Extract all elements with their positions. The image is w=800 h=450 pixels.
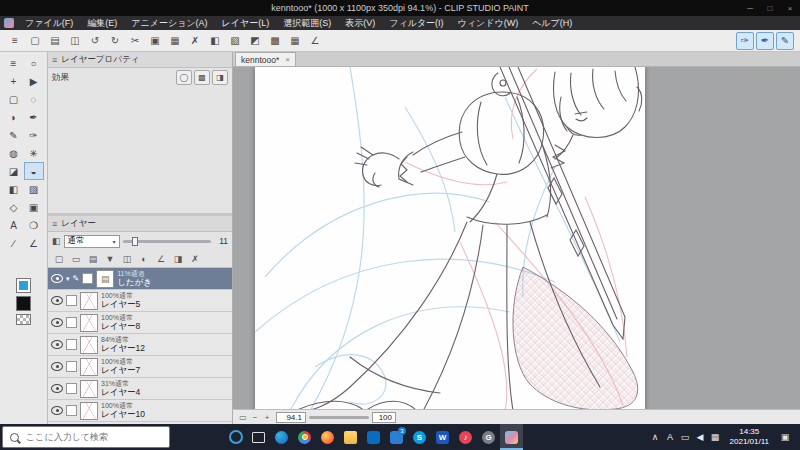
object-tool-icon[interactable]: ▶ bbox=[24, 72, 44, 90]
gradient-tool-icon[interactable]: ▨ bbox=[24, 180, 44, 198]
sub-color-swatch[interactable] bbox=[16, 296, 31, 311]
layer-checkbox[interactable] bbox=[66, 317, 77, 328]
airbrush-tool-icon[interactable]: ◍ bbox=[4, 144, 24, 162]
layer-row[interactable]: 100%通常 レイヤー7 bbox=[48, 356, 232, 378]
opacity-slider[interactable] bbox=[123, 240, 211, 243]
decoration-tool-icon[interactable]: ✳ bbox=[24, 144, 44, 162]
layer-thumbnail[interactable] bbox=[80, 358, 98, 376]
menu-item[interactable]: ファイル(F) bbox=[18, 17, 80, 30]
zoom-tool-icon[interactable]: ○ bbox=[24, 54, 44, 72]
network-icon[interactable]: ▦ bbox=[708, 432, 723, 442]
rotation-value[interactable]: 100 bbox=[372, 412, 396, 423]
visibility-icon[interactable] bbox=[51, 318, 63, 327]
visibility-icon[interactable] bbox=[51, 274, 63, 283]
layer-checkbox[interactable] bbox=[66, 339, 77, 350]
new-folder-icon[interactable]: ▤ bbox=[86, 252, 100, 265]
deselect-icon[interactable]: ▧ bbox=[226, 32, 244, 50]
frame-tool-icon[interactable]: ▣ bbox=[24, 198, 44, 216]
merge-down-icon[interactable]: ◫ bbox=[120, 252, 134, 265]
opacity-slider-handle[interactable] bbox=[132, 237, 138, 246]
layer-panel-header[interactable]: ≡ レイヤー bbox=[48, 216, 232, 232]
figure-tool-icon[interactable]: ◇ bbox=[4, 198, 24, 216]
layer-thumbnail[interactable] bbox=[80, 336, 98, 354]
layer-thumbnail[interactable] bbox=[80, 402, 98, 420]
marquee-tool-icon[interactable]: ▢ bbox=[4, 90, 24, 108]
undo-icon[interactable]: ↺ bbox=[86, 32, 104, 50]
palette-menu-icon[interactable]: ≡ bbox=[4, 54, 24, 72]
layer-thumbnail[interactable] bbox=[80, 314, 98, 332]
move-tool-icon[interactable]: + bbox=[4, 72, 24, 90]
close-tab-icon[interactable]: × bbox=[285, 55, 290, 64]
layer-thumbnail[interactable] bbox=[96, 270, 114, 288]
layer-row[interactable]: 100%通常 レイヤー10 bbox=[48, 400, 232, 422]
paste-icon[interactable]: ▦ bbox=[166, 32, 184, 50]
task-view-icon[interactable] bbox=[247, 424, 270, 450]
panel-menu-icon[interactable]: ≡ bbox=[52, 219, 57, 229]
menu-item[interactable]: 編集(E) bbox=[80, 17, 124, 30]
gimp-icon[interactable]: G bbox=[477, 424, 500, 450]
layer-mask-icon[interactable]: ◐ bbox=[137, 252, 151, 265]
menu-item[interactable]: 選択範囲(S) bbox=[276, 17, 338, 30]
layer-row[interactable]: 100%通常 レイヤー5 bbox=[48, 290, 232, 312]
snap-ruler-icon[interactable]: ✑ bbox=[736, 32, 754, 50]
transparent-color-swatch[interactable] bbox=[16, 314, 31, 325]
zoom-out-icon[interactable]: − bbox=[249, 413, 261, 422]
firefox-icon[interactable] bbox=[316, 424, 339, 450]
layer-checkbox[interactable] bbox=[82, 273, 93, 284]
fill-tool-icon[interactable]: ◧ bbox=[4, 180, 24, 198]
save-file-icon[interactable]: ◫ bbox=[66, 32, 84, 50]
ime-icon[interactable]: A bbox=[663, 432, 678, 442]
mail-icon[interactable]: 3 bbox=[385, 424, 408, 450]
layer-row[interactable]: 100%通常 レイヤー8 bbox=[48, 312, 232, 334]
text-tool-icon[interactable]: A bbox=[4, 216, 24, 234]
menu-item[interactable]: アニメーション(A) bbox=[124, 17, 214, 30]
delete-layer-icon[interactable]: ✗ bbox=[188, 252, 202, 265]
transfer-down-icon[interactable]: ▼ bbox=[103, 252, 117, 265]
zoom-in-icon[interactable]: + bbox=[261, 413, 273, 422]
layer-ruler-icon[interactable]: ∠ bbox=[154, 252, 168, 265]
canvas-page[interactable] bbox=[255, 67, 645, 409]
layer-checkbox[interactable] bbox=[66, 383, 77, 394]
line-tool-icon[interactable]: ∕ bbox=[4, 234, 24, 252]
maximize-button[interactable]: □ bbox=[760, 0, 780, 16]
blend-tool-icon[interactable]: ◒ bbox=[24, 162, 44, 180]
menu-item[interactable]: ウィンドウ(W) bbox=[451, 17, 526, 30]
selection-border-icon[interactable]: ▩ bbox=[266, 32, 284, 50]
word-icon[interactable]: W bbox=[431, 424, 454, 450]
grid-icon[interactable]: ▦ bbox=[286, 32, 304, 50]
invert-selection-icon[interactable]: ◩ bbox=[246, 32, 264, 50]
close-button[interactable]: × bbox=[780, 0, 800, 16]
two-pane-icon[interactable]: ◨ bbox=[171, 252, 185, 265]
brush-tool-icon[interactable]: ✑ bbox=[24, 126, 44, 144]
action-center-icon[interactable]: ▣ bbox=[776, 432, 794, 442]
layer-row[interactable]: 84%通常 レイヤー12 bbox=[48, 334, 232, 356]
fit-to-screen-icon[interactable]: ▭ bbox=[237, 413, 249, 422]
layer-checkbox[interactable] bbox=[66, 361, 77, 372]
snap-icon[interactable]: ∠ bbox=[306, 32, 324, 50]
panel-menu-icon[interactable]: ≡ bbox=[52, 55, 57, 65]
visibility-icon[interactable] bbox=[51, 406, 63, 415]
redo-icon[interactable]: ↻ bbox=[106, 32, 124, 50]
taskbar-clock[interactable]: 14:35 2021/01/11 bbox=[730, 427, 769, 448]
clip-studio-icon[interactable] bbox=[500, 424, 523, 450]
tone-effect-icon[interactable]: ▩ bbox=[194, 70, 210, 85]
expand-caret-icon[interactable]: ▾ bbox=[66, 275, 70, 283]
taskbar-search[interactable] bbox=[2, 426, 170, 448]
cut-icon[interactable]: ✂ bbox=[126, 32, 144, 50]
store-icon[interactable] bbox=[362, 424, 385, 450]
menu-item[interactable]: レイヤー(L) bbox=[215, 17, 277, 30]
menu-item[interactable]: フィルター(I) bbox=[382, 17, 450, 30]
visibility-icon[interactable] bbox=[51, 384, 63, 393]
explorer-icon[interactable] bbox=[339, 424, 362, 450]
blend-mode-dropdown[interactable]: 通常 ▾ bbox=[64, 235, 120, 248]
visibility-icon[interactable] bbox=[51, 296, 63, 305]
layer-checkbox[interactable] bbox=[66, 295, 77, 306]
zoom-slider[interactable] bbox=[309, 416, 369, 419]
eyedropper-tool-icon[interactable]: ◗ bbox=[4, 108, 24, 126]
border-effect-icon[interactable]: ◯ bbox=[176, 70, 192, 85]
new-vector-layer-icon[interactable]: ▭ bbox=[69, 252, 83, 265]
snap-special-ruler-icon[interactable]: ✒ bbox=[756, 32, 774, 50]
main-color-swatch[interactable] bbox=[16, 278, 31, 293]
cortana-icon[interactable] bbox=[224, 424, 247, 450]
layer-row-shitagaki[interactable]: ▾ ✎ 11%通過 したがき bbox=[48, 268, 232, 290]
